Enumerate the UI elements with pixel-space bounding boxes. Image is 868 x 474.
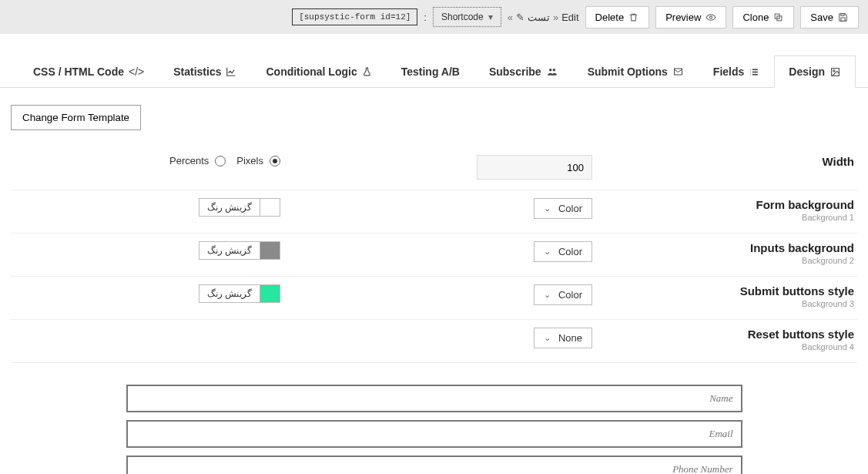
tab-label: Submit Options: [588, 66, 668, 78]
color-picker-submit[interactable]: گزینش رنگ: [199, 284, 280, 303]
radio-label-percents[interactable]: Percents: [169, 155, 209, 166]
tab-submit-options[interactable]: Submit Options: [573, 55, 699, 87]
flask-icon: [362, 66, 372, 77]
shortcode-select[interactable]: Shortcode ▾: [433, 7, 501, 27]
svg-point-0: [710, 15, 712, 18]
pencil-icon[interactable]: ✎: [516, 12, 524, 23]
row-form-background: گزینش رنگ ⌄ Color Form background Backgr…: [11, 190, 857, 234]
preview-input-name[interactable]: [126, 385, 742, 412]
svg-point-5: [549, 69, 552, 72]
change-template-button[interactable]: Change Form Template: [11, 105, 141, 130]
row-subtitle: Background 4: [595, 342, 854, 351]
clone-button[interactable]: Clone: [732, 6, 794, 29]
trash-icon: [628, 12, 639, 22]
eye-icon: [705, 12, 716, 22]
users-icon: [546, 66, 558, 77]
dropdown-value: Color: [558, 203, 582, 214]
row-title: Inputs background: [595, 241, 854, 254]
breadcrumb: « ✎ تست » Edit: [508, 12, 579, 23]
chart-icon: [226, 66, 236, 77]
clone-label: Clone: [742, 12, 769, 23]
tab-label: Testing A/B: [401, 66, 460, 78]
color-swatch: [260, 285, 280, 302]
list-icon: [749, 67, 759, 77]
tab-label: Design: [789, 66, 825, 78]
bg-type-dropdown[interactable]: ⌄ Color: [534, 241, 592, 262]
shortcode-label: Shortcode: [441, 12, 484, 22]
save-label: Save: [810, 12, 833, 23]
width-unit-radio: Percents Pixels: [169, 155, 280, 166]
tab-label: Fields: [713, 66, 744, 78]
tab-conditional-logic[interactable]: Conditional Logic: [251, 55, 386, 87]
tab-label: Subscribe: [489, 66, 541, 78]
breadcrumb-sep: »: [553, 12, 558, 23]
chevron-down-icon: ⌄: [544, 203, 551, 213]
delete-label: Delete: [595, 12, 625, 23]
chevron-down-icon: ▾: [488, 12, 493, 22]
dropdown-value: Color: [558, 246, 582, 257]
envelope-icon: [672, 67, 684, 76]
design-panel: Change Form Template Percents Pixels Wid…: [0, 88, 868, 363]
delete-button[interactable]: Delete: [585, 6, 650, 29]
color-picker-label: گزینش رنگ: [199, 242, 260, 259]
width-label: Width: [595, 155, 854, 168]
svg-point-6: [552, 69, 555, 72]
floppy-icon: [838, 12, 849, 22]
tab-label: Statistics: [173, 66, 221, 78]
row-submit-buttons: گزینش رنگ ⌄ Color Submit buttons style B…: [11, 277, 857, 320]
breadcrumb-edit: Edit: [561, 12, 578, 23]
preview-button[interactable]: Preview: [655, 6, 726, 29]
dropdown-value: None: [558, 332, 582, 344]
radio-label-pixels[interactable]: Pixels: [236, 155, 263, 166]
chevron-down-icon: ⌄: [544, 333, 551, 343]
row-title: Submit buttons style: [595, 284, 854, 298]
tab-bar: CSS / HTML Code </> Statistics Condition…: [0, 55, 868, 88]
color-picker-label: گزینش رنگ: [199, 199, 260, 216]
color-picker-inputs-bg[interactable]: گزینش رنگ: [199, 241, 280, 260]
tab-design[interactable]: Design: [774, 55, 856, 88]
row-title: Reset buttons style: [595, 328, 854, 341]
tab-fields[interactable]: Fields: [699, 55, 774, 87]
row-inputs-background: گزینش رنگ ⌄ Color Inputs background Back…: [11, 234, 857, 277]
tab-testing-ab[interactable]: Testing A/B: [387, 55, 474, 87]
chevron-down-icon: ⌄: [544, 290, 551, 300]
save-button[interactable]: Save: [800, 6, 859, 29]
color-swatch: [260, 199, 280, 216]
shortcode-colon: :: [424, 12, 427, 23]
breadcrumb-sep: «: [508, 12, 513, 23]
row-subtitle: Background 1: [595, 213, 854, 222]
svg-rect-4: [841, 18, 845, 21]
form-name[interactable]: تست: [528, 12, 550, 23]
preview-input-phone[interactable]: [126, 456, 742, 474]
width-input[interactable]: [477, 155, 592, 180]
radio-pixels[interactable]: [270, 156, 280, 166]
tab-subscribe[interactable]: Subscribe: [474, 55, 573, 87]
bg-type-dropdown[interactable]: ⌄ Color: [534, 198, 592, 219]
color-picker-label: گزینش رنگ: [199, 285, 260, 302]
row-reset-buttons: ⌄ None Reset buttons style Background 4: [11, 320, 857, 363]
radio-percents[interactable]: [215, 156, 226, 166]
row-width: Percents Pixels Width: [11, 147, 857, 190]
color-picker-form-bg[interactable]: گزینش رنگ: [199, 198, 280, 217]
tab-label: CSS / HTML Code: [33, 66, 124, 78]
chevron-down-icon: ⌄: [544, 247, 551, 257]
bg-type-dropdown[interactable]: ⌄ None: [534, 328, 592, 348]
color-swatch: [260, 242, 280, 259]
code-icon: </>: [129, 66, 144, 78]
shortcode-value[interactable]: [supsystic-form id=12]: [292, 8, 417, 25]
tab-statistics[interactable]: Statistics: [159, 55, 251, 87]
row-subtitle: Background 3: [595, 299, 854, 308]
image-icon: [829, 67, 841, 77]
preview-label: Preview: [665, 12, 701, 23]
preview-input-email[interactable]: [126, 420, 742, 448]
svg-point-15: [833, 69, 835, 71]
row-subtitle: Background 2: [595, 256, 854, 265]
dropdown-value: Color: [558, 289, 582, 301]
tab-css-html[interactable]: CSS / HTML Code </>: [18, 55, 159, 87]
bg-type-dropdown[interactable]: ⌄ Color: [534, 284, 592, 305]
copy-icon: [773, 12, 784, 22]
svg-rect-3: [841, 13, 844, 15]
tab-label: Conditional Logic: [266, 66, 357, 78]
top-toolbar: [supsystic-form id=12] : Shortcode ▾ « ✎…: [0, 0, 868, 34]
row-title: Form background: [595, 198, 854, 211]
